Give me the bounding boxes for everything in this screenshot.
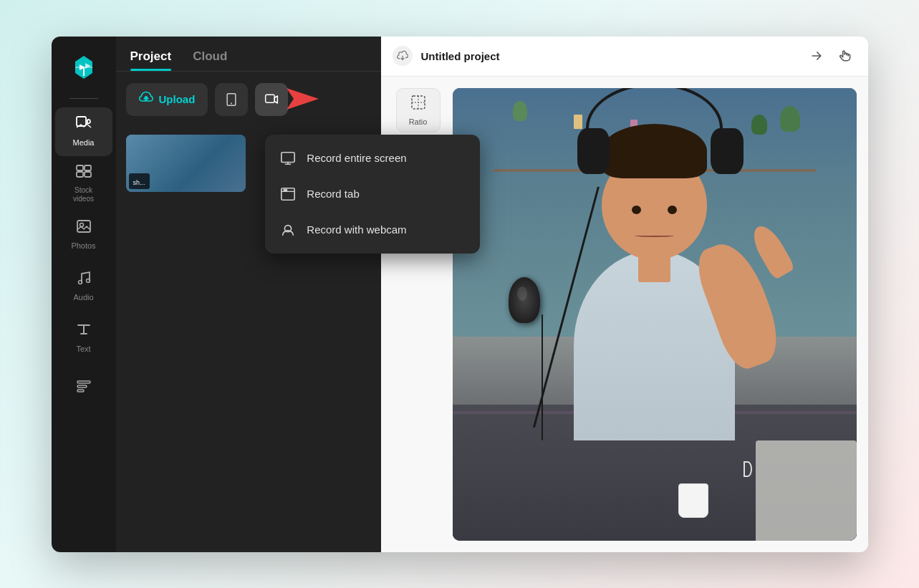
sidebar-item-label-text: Text bbox=[76, 344, 90, 354]
upload-label: Upload bbox=[159, 93, 196, 105]
sidebar-item-stock-videos[interactable]: Stockvideos bbox=[55, 159, 112, 208]
app-container: Media Stockvideos bbox=[52, 37, 868, 552]
sidebar-item-media[interactable]: Media bbox=[55, 107, 112, 156]
svg-marker-17 bbox=[287, 88, 319, 110]
tablet-button[interactable] bbox=[215, 83, 248, 116]
sidebar: Media Stockvideos bbox=[52, 37, 116, 552]
project-title: Untitled project bbox=[421, 50, 797, 62]
sidebar-item-label-media: Media bbox=[73, 138, 95, 148]
microphone bbox=[509, 277, 540, 323]
preview-panel: Untitled project bbox=[381, 37, 868, 552]
panel-toolbar: Upload bbox=[116, 72, 381, 127]
svg-rect-13 bbox=[77, 390, 84, 392]
logo bbox=[67, 51, 100, 84]
record-screen-button[interactable] bbox=[255, 83, 288, 116]
sidebar-divider bbox=[69, 98, 98, 99]
cloud-icon-header bbox=[393, 46, 413, 66]
record-tab-label: Record tab bbox=[307, 188, 359, 200]
sidebar-item-label-photos: Photos bbox=[71, 241, 95, 251]
dropdown-item-record-tab[interactable]: Record tab bbox=[265, 176, 480, 212]
stock-icon bbox=[75, 163, 92, 183]
export-button[interactable] bbox=[805, 44, 828, 67]
svg-rect-18 bbox=[282, 152, 294, 162]
tab-project[interactable]: Project bbox=[130, 49, 172, 71]
dropdown-item-record-webcam[interactable]: Record with webcam bbox=[265, 212, 480, 248]
mic-cable bbox=[542, 314, 543, 441]
mug bbox=[678, 483, 708, 518]
sidebar-item-stickers[interactable] bbox=[55, 365, 112, 414]
video-preview bbox=[453, 88, 857, 541]
svg-rect-21 bbox=[284, 188, 288, 191]
svg-rect-4 bbox=[85, 165, 91, 170]
sidebar-item-text[interactable]: Text bbox=[55, 314, 112, 362]
shelf-item-1 bbox=[574, 115, 582, 129]
sidebar-item-label-audio: Audio bbox=[73, 293, 93, 302]
svg-rect-11 bbox=[77, 381, 90, 383]
svg-point-9 bbox=[78, 281, 82, 284]
svg-point-10 bbox=[86, 279, 90, 283]
sidebar-item-photos[interactable]: Photos bbox=[55, 211, 112, 259]
stickers-icon bbox=[75, 377, 92, 397]
ratio-label: Ratio bbox=[409, 117, 428, 126]
svg-rect-7 bbox=[77, 221, 90, 232]
svg-rect-3 bbox=[77, 165, 83, 170]
video-frame bbox=[453, 88, 857, 541]
dropdown-item-record-screen[interactable]: Record entire screen bbox=[265, 140, 480, 176]
headphone-left bbox=[577, 128, 610, 173]
record-screen-label: Record entire screen bbox=[307, 152, 406, 164]
plant-1 bbox=[780, 106, 800, 132]
audio-icon bbox=[75, 269, 92, 289]
laptop bbox=[756, 440, 857, 540]
mug-handle bbox=[744, 461, 752, 477]
text-icon bbox=[75, 321, 92, 341]
face-features bbox=[622, 196, 686, 241]
tab-cloud[interactable]: Cloud bbox=[193, 49, 227, 71]
record-webcam-label: Record with webcam bbox=[307, 223, 406, 236]
ratio-button[interactable]: Ratio bbox=[396, 88, 441, 132]
record-tab-icon bbox=[279, 186, 297, 202]
record-dropdown: Record entire screen Record tab bbox=[265, 135, 480, 254]
record-screen-icon bbox=[279, 150, 297, 166]
hand-tool-button[interactable] bbox=[834, 44, 857, 67]
media-icon bbox=[75, 115, 92, 135]
media-thumbnail[interactable]: sh... bbox=[126, 135, 246, 192]
plant-2 bbox=[751, 115, 767, 135]
headphone-right bbox=[711, 128, 743, 173]
svg-rect-16 bbox=[266, 95, 275, 102]
panel-tabs: Project Cloud bbox=[116, 37, 381, 71]
ratio-icon bbox=[410, 94, 427, 115]
sidebar-item-label-stock: Stockvideos bbox=[73, 186, 94, 203]
upload-icon bbox=[139, 90, 153, 108]
record-webcam-icon bbox=[279, 222, 297, 238]
preview-header: Untitled project bbox=[381, 37, 868, 77]
svg-rect-5 bbox=[77, 172, 83, 177]
media-panel: Project Cloud Upload bbox=[116, 37, 381, 552]
plant-3 bbox=[513, 101, 527, 121]
media-thumb-label: sh... bbox=[133, 179, 145, 186]
svg-rect-6 bbox=[85, 172, 91, 177]
sidebar-item-audio[interactable]: Audio bbox=[55, 262, 112, 311]
photos-icon bbox=[75, 218, 92, 238]
header-actions bbox=[805, 44, 857, 67]
svg-rect-12 bbox=[77, 385, 87, 387]
record-screen-wrapper: Record entire screen Record tab bbox=[255, 83, 288, 116]
upload-button[interactable]: Upload bbox=[126, 83, 208, 116]
